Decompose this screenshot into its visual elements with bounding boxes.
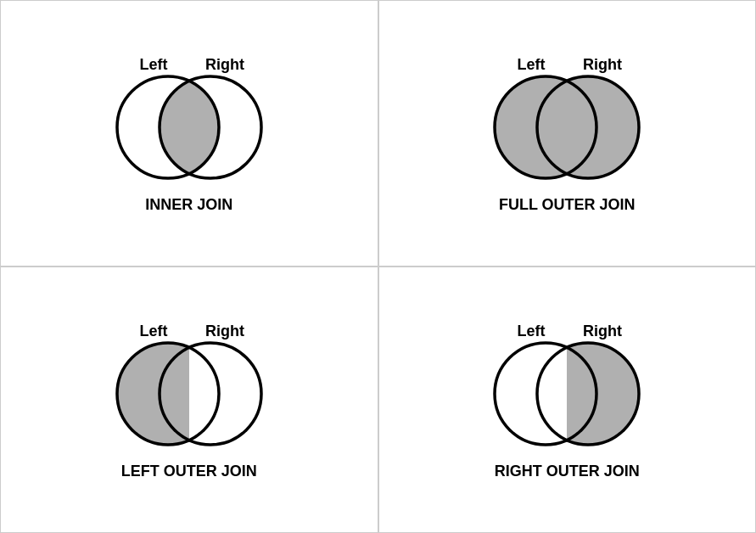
full-outer-join-cell: Left Right FULL OUTER JOIN (378, 0, 757, 266)
inner-join-right-label: Right (205, 56, 244, 73)
full-outer-join-left-label: Left (518, 56, 546, 73)
inner-join-cell: Left Right INNER JOIN (0, 0, 378, 266)
right-outer-join-diagram: Left Right (473, 317, 660, 453)
inner-join-title: INNER JOIN (145, 195, 232, 215)
join-diagrams-grid: Left Right INNER JOIN Left Right (0, 0, 756, 533)
full-outer-join-right-label: Right (583, 56, 622, 73)
right-outer-join-cell: Left Right RIGHT OUTER JOIN (378, 266, 757, 533)
left-outer-join-title: LEFT OUTER JOIN (121, 462, 257, 481)
left-outer-join-left-label: Left (139, 323, 167, 339)
full-outer-join-diagram: Left Right (473, 51, 660, 187)
left-outer-join-right-label: Right (205, 323, 244, 339)
right-outer-join-right-label: Right (583, 323, 622, 339)
full-outer-join-title: FULL OUTER JOIN (499, 195, 636, 215)
inner-join-left-label: Left (139, 56, 167, 73)
left-outer-join-cell: Left Right LEFT OUTER JOIN (0, 266, 378, 533)
right-outer-join-title: RIGHT OUTER JOIN (495, 462, 640, 481)
inner-join-diagram: Left Right (96, 51, 283, 187)
left-outer-join-diagram: Left Right (96, 317, 283, 453)
right-outer-join-left-label: Left (518, 323, 546, 339)
